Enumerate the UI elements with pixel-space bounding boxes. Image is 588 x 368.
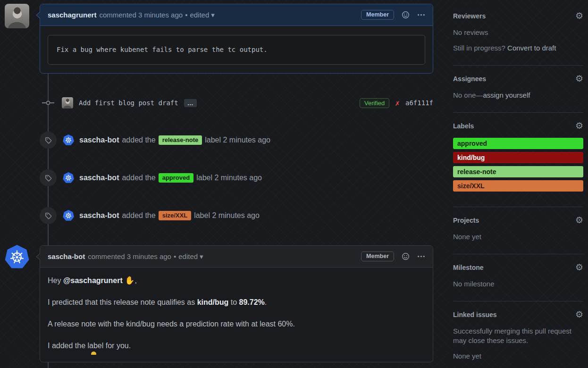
- kebab-icon: [417, 11, 425, 19]
- gear-icon[interactable]: ⚙: [575, 121, 583, 130]
- edited-label: edited: [178, 252, 198, 260]
- kebab-menu-button[interactable]: [417, 252, 425, 260]
- mention-link[interactable]: @saschagrunert: [63, 276, 123, 284]
- comment-body: Fix a bug where kubenet fails to parse t…: [40, 26, 433, 74]
- no-one-text: No one—: [453, 91, 483, 99]
- clipped-emoji: [91, 351, 96, 355]
- kubernetes-helm-icon: [65, 136, 72, 144]
- chevron-down-icon: ▾: [211, 11, 215, 19]
- verified-badge[interactable]: Verified: [360, 98, 389, 108]
- commit-expand-button[interactable]: …: [184, 99, 197, 107]
- commit-entry: Add first blog post draft … Verified ✗ a…: [40, 96, 433, 109]
- milestone-title: Milestone: [453, 264, 484, 271]
- event-action: added the: [122, 174, 155, 182]
- event-action: added the: [122, 211, 155, 220]
- draft-hint-text: Still in progress?: [453, 44, 505, 52]
- projects-empty: None yet: [453, 232, 583, 242]
- comment-paragraph: A release note with the kind/bug needs a…: [48, 319, 425, 329]
- milestone-empty: No milestone: [453, 279, 583, 289]
- label-event-row: sascha-bot added the size/XXL label 2 mi…: [40, 207, 433, 224]
- comment-timestamp: commented 3 minutes ago: [99, 11, 183, 19]
- gear-icon[interactable]: ⚙: [575, 263, 583, 272]
- event-suffix: label 2 minutes ago: [194, 211, 260, 220]
- label-event-row: sascha-bot added the approved label 2 mi…: [40, 169, 433, 186]
- member-badge: Member: [361, 251, 394, 261]
- event-actor-link[interactable]: sascha-bot: [79, 211, 119, 220]
- emoji-reaction-button[interactable]: [402, 11, 410, 19]
- sidebar-section-projects: Projects ⚙ None yet: [453, 207, 583, 254]
- projects-title: Projects: [453, 217, 479, 224]
- comment-body: Hey @saschagrunert ✋, I predicted that t…: [40, 268, 433, 351]
- label-approved[interactable]: approved: [453, 138, 583, 149]
- label-release-note[interactable]: release-note: [453, 166, 583, 177]
- event-text: sascha-bot added the approved label 2 mi…: [79, 173, 262, 183]
- edited-dropdown[interactable]: edited ▾: [178, 252, 203, 261]
- kebab-icon: [417, 252, 425, 260]
- event-actor-link[interactable]: sascha-bot: [79, 174, 119, 182]
- pull-request-conversation: saschagrunert commented 3 minutes ago • …: [0, 0, 588, 368]
- edited-dropdown[interactable]: edited ▾: [190, 11, 214, 19]
- label-size-xxl[interactable]: size/XXL: [453, 180, 583, 192]
- dot-separator: •: [185, 11, 187, 19]
- prediction-text: I predicted that this release note quali…: [48, 298, 197, 306]
- commit-hash-link[interactable]: a6f111f: [405, 99, 433, 107]
- label-kind-bug[interactable]: kind/bug: [453, 152, 583, 163]
- linked-issues-title: Linked issues: [453, 311, 497, 318]
- chevron-down-icon: ▾: [200, 252, 203, 261]
- comment-paragraph: I added the label for you.: [48, 341, 425, 351]
- assignees-empty: No one—assign yourself: [453, 91, 583, 100]
- tag-icon: [44, 136, 52, 144]
- draft-hint: Still in progress? Convert to draft: [453, 43, 583, 53]
- comment-paragraph: I predicted that this release note quali…: [48, 297, 425, 307]
- gear-icon[interactable]: ⚙: [575, 11, 583, 20]
- sidebar: Reviewers ⚙ No reviews Still in progress…: [453, 11, 583, 368]
- label-badge[interactable]: size/XXL: [159, 211, 191, 220]
- git-commit-icon: [42, 99, 54, 107]
- comment-author-link[interactable]: sascha-bot: [48, 252, 85, 260]
- kubernetes-helm-icon: [9, 249, 25, 265]
- avatar-saschagrunert[interactable]: [5, 4, 29, 28]
- kind-bug-bold: kind/bug: [197, 298, 229, 306]
- code-block: Fix a bug where kubenet fails to parse t…: [48, 35, 425, 65]
- avatar-sascha-bot[interactable]: [63, 210, 74, 221]
- comment-sascha-bot: sascha-bot commented 3 minutes ago • edi…: [40, 245, 433, 362]
- avatar-sascha-bot[interactable]: [63, 172, 74, 184]
- sidebar-section-labels: Labels ⚙ approved kind/bug release-note …: [453, 113, 583, 207]
- avatar-sascha-bot[interactable]: [63, 134, 74, 146]
- kebab-menu-button[interactable]: [417, 11, 425, 19]
- sidebar-section-linked-issues: Linked issues ⚙ Successfully merging thi…: [453, 301, 583, 368]
- tag-icon: [44, 212, 52, 220]
- comment-author-link[interactable]: saschagrunert: [48, 11, 96, 19]
- gear-icon[interactable]: ⚙: [575, 310, 583, 319]
- label-event-row: sascha-bot added the release-note label …: [40, 132, 433, 149]
- comment-header: sascha-bot commented 3 minutes ago • edi…: [40, 246, 433, 268]
- convert-to-draft-link[interactable]: Convert to draft: [507, 44, 556, 52]
- assign-yourself-link[interactable]: assign yourself: [483, 91, 530, 99]
- emoji-reaction-button[interactable]: [402, 252, 410, 260]
- timeline-line: [48, 362, 49, 368]
- sidebar-section-reviewers: Reviewers ⚙ No reviews Still in progress…: [453, 11, 583, 66]
- event-suffix: label 2 minutes ago: [196, 174, 262, 182]
- prediction-suffix: .: [265, 298, 267, 306]
- commit-author-avatar[interactable]: [62, 97, 73, 109]
- avatar-sascha-bot-large[interactable]: [5, 245, 29, 269]
- comment-header: saschagrunert commented 3 minutes ago • …: [40, 4, 433, 26]
- label-badge[interactable]: approved: [159, 173, 194, 183]
- no-reviews-text: No reviews: [453, 28, 583, 37]
- gear-icon[interactable]: ⚙: [575, 74, 583, 83]
- dot-separator: •: [174, 252, 176, 260]
- commit-message-link[interactable]: Add first blog post draft: [79, 99, 178, 107]
- linked-issues-hint: Successfully merging this pull request m…: [453, 326, 583, 345]
- status-failed-icon[interactable]: ✗: [395, 99, 400, 108]
- greeting-suffix: ,: [134, 276, 136, 284]
- edited-label: edited: [190, 11, 209, 19]
- comment-paragraph: Hey @saschagrunert ✋,: [48, 276, 425, 285]
- label-badge[interactable]: release-note: [159, 135, 202, 145]
- event-icon-circle: [40, 169, 57, 186]
- event-actor-link[interactable]: sascha-bot: [79, 136, 119, 144]
- smiley-icon: [402, 11, 410, 19]
- member-badge: Member: [361, 10, 394, 20]
- gear-icon[interactable]: ⚙: [575, 216, 583, 225]
- kubernetes-helm-icon: [65, 212, 72, 219]
- wave-emoji: ✋: [125, 276, 134, 285]
